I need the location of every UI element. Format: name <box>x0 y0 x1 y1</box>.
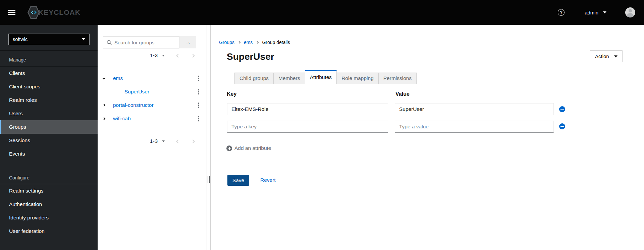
chevron-right-icon <box>256 41 259 44</box>
group-link-ems[interactable]: ems <box>113 75 123 81</box>
group-link-wifi-cab[interactable]: wifi-cab <box>113 116 131 122</box>
pagination-range-dropdown[interactable]: 1-3 <box>150 53 165 58</box>
caret-down-icon <box>162 55 165 56</box>
angle-left-icon <box>176 54 180 57</box>
tab-permissions[interactable]: Permissions <box>379 73 417 84</box>
brand-text: KEYCLOAK <box>38 8 80 16</box>
keycloak-hexagon-icon <box>28 6 40 19</box>
group-search-box <box>103 36 179 48</box>
kebab-menu-icon[interactable] <box>197 74 201 82</box>
chevron-right-icon[interactable] <box>103 104 106 106</box>
tree-row-ems: ems <box>98 72 207 85</box>
action-dropdown-button[interactable]: Action <box>590 50 623 62</box>
tree-row-wifi-cab: wifi-cab <box>98 112 207 125</box>
groups-tree: ems SuperUser portal-constructor wifi-ca… <box>98 72 207 125</box>
tabs: Child groups Members Attributes Role map… <box>234 70 417 84</box>
sidebar-item-authentication[interactable]: Authentication <box>0 198 98 211</box>
nav-section-manage: Manage <box>9 57 26 62</box>
chevron-right-icon[interactable] <box>103 118 106 120</box>
page-title: SuperUser <box>227 51 274 62</box>
kebab-menu-icon[interactable] <box>197 101 201 109</box>
sidebar-item-sessions[interactable]: Sessions <box>0 134 98 147</box>
sidebar-item-clients[interactable]: Clients <box>0 67 98 80</box>
angle-left-icon <box>176 139 180 143</box>
group-search-input[interactable] <box>114 40 176 45</box>
breadcrumb: Groups ems Group details <box>219 40 290 45</box>
action-label: Action <box>595 53 609 59</box>
masthead: KEYCLOAK ? admin <box>0 0 644 25</box>
pagination-next-button[interactable] <box>192 53 194 58</box>
pagination-top: 1-3 <box>98 51 207 60</box>
divider <box>0 50 98 51</box>
caret-down-icon <box>603 11 606 13</box>
value-column-header: Value <box>395 91 410 97</box>
user-dropdown[interactable]: admin <box>585 10 606 15</box>
tree-row-portal-constructor: portal-constructor <box>98 98 207 112</box>
save-button[interactable]: Save <box>227 175 249 186</box>
caret-down-icon <box>82 38 85 40</box>
pagination-range: 1-3 <box>150 138 158 144</box>
sidebar-item-groups[interactable]: Groups <box>0 120 98 134</box>
nav-section-configure: Configure <box>9 175 30 180</box>
chevron-down-icon[interactable] <box>103 77 106 79</box>
pagination-range: 1-3 <box>150 53 158 58</box>
help-icon[interactable]: ? <box>558 9 565 16</box>
sidebar-item-user-federation[interactable]: User federation <box>0 224 98 238</box>
breadcrumb-groups[interactable]: Groups <box>219 40 234 45</box>
sidebar-item-identity-providers[interactable]: Identity providers <box>0 211 98 224</box>
remove-attribute-button-1[interactable] <box>559 106 565 112</box>
divider <box>98 69 207 69</box>
angle-right-icon <box>191 139 195 143</box>
keycloak-admin-page: KEYCLOAK ? admin softwlc Manage Clients … <box>0 0 644 250</box>
revert-link[interactable]: Revert <box>260 177 276 183</box>
groups-tree-panel: → 1-3 ems SuperUser portal-constructo <box>98 25 207 250</box>
pagination-prev-button[interactable] <box>177 53 179 58</box>
tab-attributes[interactable]: Attributes <box>305 70 337 84</box>
kebab-menu-icon[interactable] <box>197 115 201 123</box>
angle-right-icon <box>191 54 195 57</box>
attribute-value-input-1[interactable] <box>395 103 554 115</box>
chevron-right-icon <box>238 41 240 44</box>
sidebar-item-events[interactable]: Events <box>0 147 98 161</box>
masthead-right: ? admin <box>558 7 644 17</box>
sidebar-item-client-scopes[interactable]: Client scopes <box>0 80 98 93</box>
key-column-header: Key <box>227 91 236 97</box>
hamburger-menu-icon[interactable] <box>8 10 15 15</box>
keycloak-logo[interactable]: KEYCLOAK <box>28 6 80 19</box>
sidebar: softwlc Manage Clients Client scopes Rea… <box>0 25 98 250</box>
plus-circle-icon <box>226 145 232 151</box>
group-link-superuser[interactable]: SuperUser <box>124 89 149 95</box>
pagination-range-dropdown[interactable]: 1-3 <box>150 138 165 144</box>
tab-role-mapping[interactable]: Role mapping <box>337 73 379 84</box>
avatar[interactable] <box>625 7 635 17</box>
sidebar-item-realm-roles[interactable]: Realm roles <box>0 93 98 107</box>
breadcrumb-ems[interactable]: ems <box>244 40 253 45</box>
add-attribute-button[interactable]: Add an attribute <box>226 145 271 151</box>
tab-child-groups[interactable]: Child groups <box>234 73 274 84</box>
breadcrumb-current: Group details <box>262 40 290 45</box>
pagination-prev-button[interactable] <box>177 139 179 144</box>
main-content: Groups ems Group details SuperUser Actio… <box>210 25 644 250</box>
kebab-menu-icon[interactable] <box>197 88 201 96</box>
search-submit-button[interactable]: → <box>179 36 196 48</box>
tab-members[interactable]: Members <box>274 73 305 84</box>
realm-name: softwlc <box>13 37 28 42</box>
attribute-value-input-2[interactable] <box>395 121 554 133</box>
caret-down-icon <box>162 140 165 142</box>
panel-resize-handle[interactable] <box>208 176 210 183</box>
search-icon <box>107 40 112 45</box>
username: admin <box>585 10 598 15</box>
remove-attribute-button-2[interactable] <box>559 123 565 129</box>
attribute-key-input-2[interactable] <box>227 121 388 133</box>
add-attribute-label: Add an attribute <box>234 145 271 151</box>
realm-selector[interactable]: softwlc <box>8 34 90 45</box>
pagination-next-button[interactable] <box>192 139 194 144</box>
caret-down-icon <box>614 55 618 57</box>
sidebar-item-users[interactable]: Users <box>0 107 98 120</box>
tree-row-superuser: SuperUser <box>98 85 207 98</box>
arrow-right-icon: → <box>185 39 191 46</box>
sidebar-item-realm-settings[interactable]: Realm settings <box>0 184 98 198</box>
pagination-bottom: 1-3 <box>98 136 207 146</box>
attribute-key-input-1[interactable] <box>227 103 388 115</box>
group-link-portal-constructor[interactable]: portal-constructor <box>113 102 154 108</box>
